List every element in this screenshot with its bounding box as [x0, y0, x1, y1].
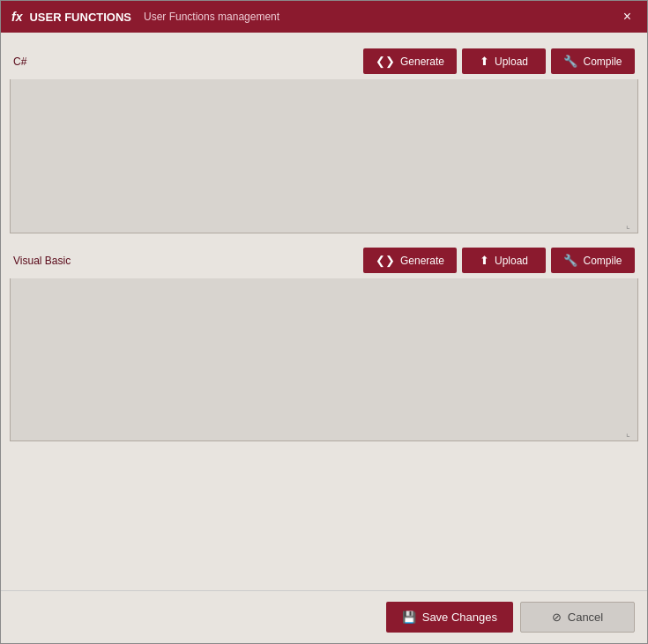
csharp-compile-label: Compile — [583, 56, 622, 68]
user-functions-dialog: fx USER FUNCTIONS User Functions managem… — [0, 0, 648, 644]
vb-section: Visual Basic ❮❯ Generate ⬆ Upload 🔧 Comp… — [10, 242, 638, 441]
vb-compile-button[interactable]: 🔧 Compile — [551, 248, 635, 273]
fx-icon: fx — [11, 10, 22, 24]
upload-icon: ⬆ — [480, 55, 489, 68]
dialog-title: USER FUNCTIONS — [29, 11, 131, 24]
dialog-subtitle: User Functions management — [144, 11, 279, 23]
generate-icon: ❮❯ — [376, 55, 395, 68]
csharp-header: C# ❮❯ Generate ⬆ Upload 🔧 Compile — [10, 43, 638, 79]
cancel-button[interactable]: ⊘ Cancel — [520, 602, 635, 633]
title-bar: fx USER FUNCTIONS User Functions managem… — [1, 1, 647, 33]
csharp-buttons: ❮❯ Generate ⬆ Upload 🔧 Compile — [363, 48, 635, 74]
dialog-footer: 💾 Save Changes ⊘ Cancel — [1, 590, 647, 643]
csharp-upload-button[interactable]: ⬆ Upload — [462, 48, 546, 74]
save-changes-button[interactable]: 💾 Save Changes — [386, 602, 513, 633]
vb-resize-handle: ⌞ — [626, 429, 637, 440]
cancel-icon: ⊘ — [552, 611, 562, 624]
vb-label: Visual Basic — [13, 255, 71, 267]
vb-upload-label: Upload — [495, 255, 528, 267]
vb-upload-button[interactable]: ⬆ Upload — [462, 248, 546, 273]
csharp-resize-handle: ⌞ — [626, 221, 637, 232]
vb-generate-button[interactable]: ❮❯ Generate — [363, 248, 457, 273]
csharp-upload-label: Upload — [495, 56, 528, 68]
csharp-textarea[interactable] — [10, 79, 638, 233]
title-bar-left: fx USER FUNCTIONS User Functions managem… — [11, 10, 279, 24]
vb-buttons: ❮❯ Generate ⬆ Upload 🔧 Compile — [363, 248, 635, 273]
csharp-generate-button[interactable]: ❮❯ Generate — [363, 48, 457, 74]
vb-textarea[interactable] — [10, 278, 638, 441]
vb-compile-icon: 🔧 — [563, 254, 577, 267]
close-button[interactable]: × — [618, 8, 637, 26]
vb-generate-label: Generate — [400, 255, 444, 267]
save-label: Save Changes — [422, 611, 497, 624]
cancel-label: Cancel — [568, 611, 603, 624]
csharp-compile-button[interactable]: 🔧 Compile — [551, 48, 635, 74]
csharp-label: C# — [13, 56, 26, 68]
vb-textarea-wrapper: ⌞ — [10, 278, 638, 441]
csharp-textarea-wrapper: ⌞ — [10, 79, 638, 233]
csharp-section: C# ❮❯ Generate ⬆ Upload 🔧 Compile — [10, 43, 638, 233]
dialog-content: C# ❮❯ Generate ⬆ Upload 🔧 Compile — [1, 33, 647, 590]
vb-header: Visual Basic ❮❯ Generate ⬆ Upload 🔧 Comp… — [10, 242, 638, 278]
compile-icon: 🔧 — [563, 55, 577, 68]
csharp-generate-label: Generate — [400, 56, 444, 68]
vb-generate-icon: ❮❯ — [376, 254, 395, 267]
vb-compile-label: Compile — [583, 255, 622, 267]
vb-upload-icon: ⬆ — [480, 254, 489, 267]
save-icon: 💾 — [402, 611, 416, 624]
